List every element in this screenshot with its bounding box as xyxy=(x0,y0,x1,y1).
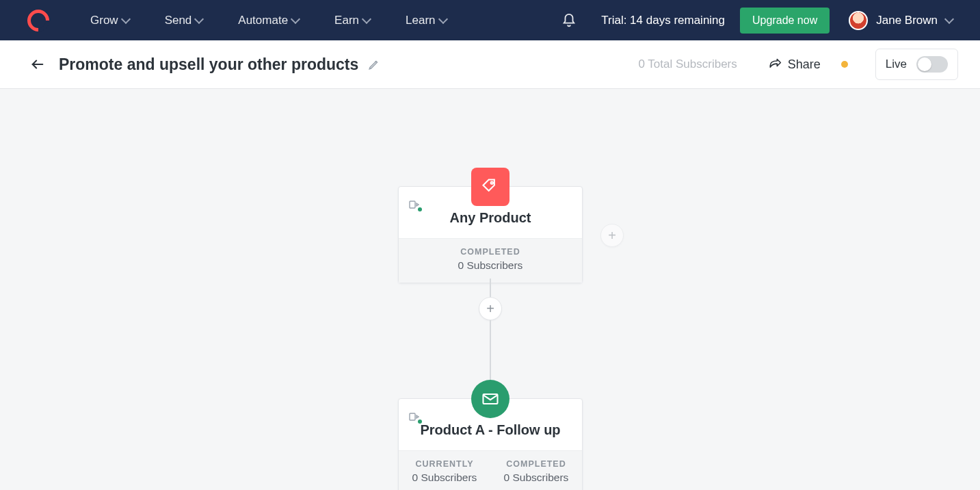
brand-logo[interactable] xyxy=(23,5,53,36)
chevron-down-icon xyxy=(121,14,131,23)
node-stats: COMPLETED 0 Subscribers xyxy=(399,238,582,283)
share-label: Share xyxy=(788,57,821,72)
nav-item-learn[interactable]: Learn xyxy=(406,14,446,27)
automation-canvas[interactable]: Any Product COMPLETED 0 Subscribers + + … xyxy=(0,89,980,490)
node-completed-value: 0 Subscribers xyxy=(490,472,582,484)
connector-line xyxy=(490,320,491,381)
notifications-bell-icon[interactable] xyxy=(561,13,575,28)
svg-rect-3 xyxy=(410,413,415,420)
node-currently-label: CURRENTLY xyxy=(399,459,490,469)
node-currently-value: 0 Subscribers xyxy=(399,472,490,484)
chevron-down-icon xyxy=(944,14,954,23)
node-completed-value: 0 Subscribers xyxy=(458,259,523,272)
nav-items: Grow Send Automate Earn Learn xyxy=(90,14,447,27)
svg-point-0 xyxy=(491,182,493,184)
share-button[interactable]: Share xyxy=(767,57,821,72)
nav-item-label: Automate xyxy=(238,14,288,27)
nav-item-grow[interactable]: Grow xyxy=(90,14,129,27)
nav-item-label: Send xyxy=(165,14,192,27)
chevron-down-icon xyxy=(438,14,447,23)
node-email-product-a-followup[interactable]: Product A - Follow up CURRENTLY 0 Subscr… xyxy=(398,398,583,490)
user-menu[interactable]: Jane Brown xyxy=(849,11,953,30)
nav-item-label: Grow xyxy=(90,14,118,27)
node-trigger-any-product[interactable]: Any Product COMPLETED 0 Subscribers xyxy=(398,186,583,283)
user-name: Jane Brown xyxy=(876,14,938,27)
nav-item-label: Learn xyxy=(406,14,435,27)
nav-item-label: Earn xyxy=(334,14,359,27)
chevron-down-icon xyxy=(362,14,371,23)
node-title: Product A - Follow up xyxy=(410,422,571,438)
add-branch-button[interactable]: + xyxy=(600,224,624,247)
svg-rect-1 xyxy=(410,201,415,208)
status-indicator-dot xyxy=(841,61,848,68)
node-title: Any Product xyxy=(410,210,571,226)
connector-line xyxy=(490,279,491,298)
toggle-knob xyxy=(918,57,931,71)
trial-notice: Trial: 14 days remaining xyxy=(601,14,725,27)
total-subscribers: 0 Total Subscribers xyxy=(639,57,737,71)
avatar xyxy=(849,11,868,30)
live-toggle-box: Live xyxy=(875,49,958,80)
node-stats: CURRENTLY 0 Subscribers COMPLETED 0 Subs… xyxy=(399,450,582,490)
nav-item-send[interactable]: Send xyxy=(165,14,203,27)
tag-icon xyxy=(471,168,509,206)
envelope-icon xyxy=(471,380,509,418)
nav-item-automate[interactable]: Automate xyxy=(238,14,299,27)
page-title: Promote and upsell your other products xyxy=(59,55,358,74)
node-completed-label: COMPLETED xyxy=(490,459,582,469)
node-status-icon xyxy=(408,199,419,210)
top-nav: Grow Send Automate Earn Learn Trial: 14 … xyxy=(0,0,980,40)
chevron-down-icon xyxy=(291,14,300,23)
chevron-down-icon xyxy=(194,14,204,23)
live-label: Live xyxy=(886,57,907,71)
edit-title-icon[interactable] xyxy=(368,58,380,70)
node-status-icon xyxy=(408,411,419,422)
node-completed-label: COMPLETED xyxy=(460,247,520,257)
add-step-button[interactable]: + xyxy=(479,297,502,320)
live-toggle[interactable] xyxy=(916,56,948,73)
back-arrow-icon[interactable] xyxy=(30,57,45,72)
upgrade-button[interactable]: Upgrade now xyxy=(740,8,830,34)
page-subheader: Promote and upsell your other products 0… xyxy=(0,40,980,89)
nav-item-earn[interactable]: Earn xyxy=(334,14,370,27)
share-icon xyxy=(767,57,782,71)
